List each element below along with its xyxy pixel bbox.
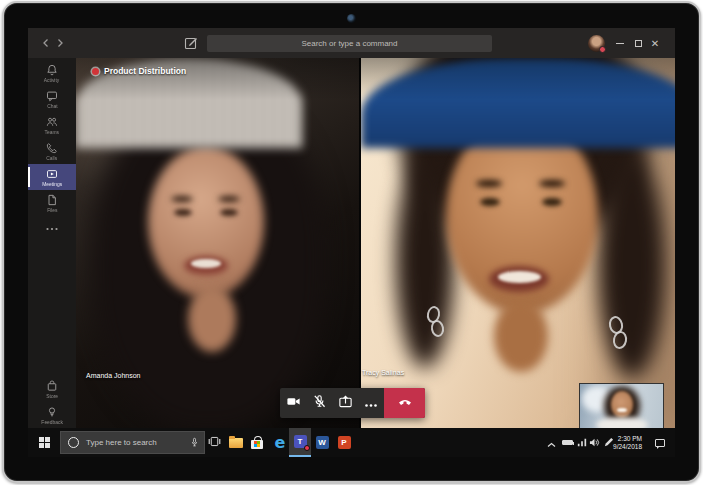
camera-toggle-button[interactable] [280, 388, 306, 418]
word-tile-letter: W [318, 438, 326, 447]
sidebar-item-label: Feedback [41, 419, 63, 424]
portrait-shape [174, 209, 192, 216]
sidebar-more-button[interactable] [28, 216, 76, 242]
sidebar-item-feedback[interactable]: Feedback [28, 402, 76, 428]
portrait-shape [396, 153, 454, 368]
cortana-ring-icon [68, 437, 79, 448]
portrait-shape [191, 259, 221, 268]
minimize-icon [616, 43, 624, 44]
clock-time: 2:30 PM [618, 435, 642, 443]
portrait-shape [171, 196, 193, 202]
presence-busy-badge [599, 46, 606, 53]
portrait-shape [599, 153, 665, 378]
sidebar-item-chat[interactable]: Chat [28, 86, 76, 112]
sidebar-item-label: Meetings [42, 181, 62, 186]
sidebar-item-label: Store [46, 393, 58, 398]
forward-chevron-icon[interactable] [53, 36, 67, 50]
hidden-icons-chevron [547, 434, 556, 452]
notification-dot [304, 445, 310, 451]
sidebar-item-store[interactable]: Store [28, 376, 76, 402]
portrait-shape [188, 286, 236, 352]
rail-spacer [28, 242, 76, 376]
volume-icon [589, 434, 600, 452]
compose-icon[interactable] [183, 35, 199, 51]
sidebar-item-teams[interactable]: Teams [28, 112, 76, 138]
portrait-shape [617, 408, 627, 412]
sidebar-item-label: Activity [44, 77, 60, 82]
page: Search or type a command ✕ Activity Chat [0, 0, 703, 485]
sidebar-item-files[interactable]: Files [28, 190, 76, 216]
app-rail: Activity Chat Teams Calls Meetings [28, 58, 76, 428]
sidebar-item-activity[interactable]: Activity [28, 60, 76, 86]
teams-titlebar: Search or type a command ✕ [28, 28, 675, 58]
close-button[interactable]: ✕ [642, 28, 668, 58]
bell-icon [46, 64, 58, 76]
mic-icon[interactable] [190, 434, 199, 452]
store-bag-icon [46, 380, 58, 392]
command-search-input[interactable]: Search or type a command [207, 35, 492, 52]
word-icon: W [316, 436, 329, 449]
recording-dot [92, 68, 99, 75]
participant-name: Tracy Salinas [362, 369, 404, 376]
file-explorer-button[interactable] [225, 428, 247, 457]
sidebar-item-label: Chat [47, 103, 57, 108]
phone-icon [46, 142, 58, 154]
device-frame: Search or type a command ✕ Activity Chat [2, 1, 701, 483]
sidebar-item-label: Files [47, 207, 57, 212]
portrait-shape [539, 180, 565, 187]
participant-name: Amanda Johnson [86, 372, 140, 379]
sidebar-item-meetings[interactable]: Meetings [28, 164, 76, 190]
taskbar-clock[interactable]: 2:30 PM 9/24/2018 [612, 428, 642, 457]
task-view-icon [208, 434, 221, 452]
call-control-bar [280, 388, 425, 418]
sidebar-item-calls[interactable]: Calls [28, 138, 76, 164]
self-view-thumbnail[interactable] [580, 384, 663, 428]
word-button[interactable]: W [311, 428, 333, 457]
powerpoint-button[interactable]: P [333, 428, 355, 457]
front-camera [347, 14, 356, 23]
powerpoint-tile-letter: P [341, 438, 346, 447]
share-screen-button[interactable] [332, 388, 358, 418]
file-explorer-icon [229, 438, 243, 448]
task-view-button[interactable] [203, 428, 225, 457]
teams-app-button[interactable]: T [289, 428, 311, 457]
edge-button[interactable]: e [269, 428, 291, 457]
network-icon [577, 434, 587, 452]
hidden-icons-button[interactable] [544, 428, 558, 457]
portrait-shape [542, 198, 562, 206]
windows-taskbar: Type here to search e T [28, 428, 675, 457]
portrait-shape [596, 417, 648, 428]
portrait-shape [498, 271, 541, 283]
powerpoint-icon: P [338, 436, 351, 449]
avatar[interactable] [588, 35, 605, 52]
close-icon: ✕ [651, 38, 659, 49]
participant-video-2[interactable] [361, 58, 675, 428]
chat-icon [46, 90, 58, 102]
action-center-button[interactable] [648, 428, 672, 457]
portrait-shape [220, 209, 238, 216]
edge-icon: e [275, 435, 286, 451]
meeting-stage: Product Distribution Amanda Johnson Trac… [76, 58, 675, 428]
more-ellipsis-icon [45, 226, 59, 232]
windows-logo-icon [39, 437, 51, 449]
file-icon [46, 194, 58, 206]
back-chevron-icon[interactable] [39, 36, 53, 50]
volume-status[interactable] [587, 428, 601, 457]
microsoft-store-button[interactable] [246, 428, 268, 457]
start-button[interactable] [33, 428, 57, 457]
more-options-button[interactable] [358, 388, 384, 418]
portrait-shape [476, 180, 502, 187]
teams-app-icon: T [294, 435, 307, 448]
meeting-title: Product Distribution [104, 66, 186, 76]
hang-up-button[interactable] [384, 388, 425, 418]
maximize-icon [635, 40, 642, 47]
portrait-shape [494, 300, 548, 372]
portrait-shape [611, 391, 633, 418]
recording-banner: Product Distribution [92, 66, 186, 76]
screen: Search or type a command ✕ Activity Chat [28, 28, 675, 457]
battery-status[interactable] [559, 428, 575, 457]
mic-mute-button[interactable] [306, 388, 332, 418]
taskbar-search-input[interactable]: Type here to search [60, 431, 205, 454]
microsoft-store-icon [251, 440, 263, 449]
sidebar-item-label: Teams [45, 129, 59, 134]
